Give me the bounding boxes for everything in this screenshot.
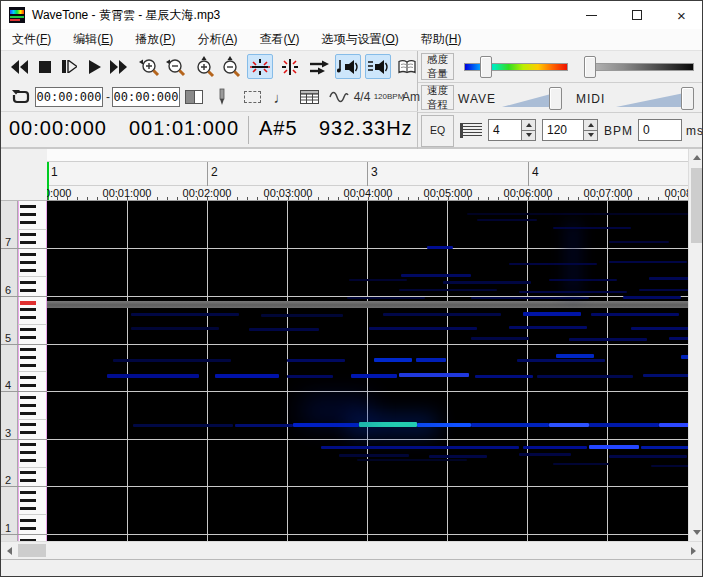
- black-key[interactable]: [20, 471, 36, 474]
- spectrogram[interactable]: [47, 201, 688, 541]
- fast-forward-button[interactable]: [107, 54, 131, 79]
- wave-slider-thumb[interactable]: [549, 87, 562, 110]
- black-key[interactable]: [20, 281, 36, 284]
- minimize-button[interactable]: [569, 1, 614, 29]
- scroll-right-button[interactable]: [685, 542, 702, 559]
- black-key[interactable]: [20, 253, 36, 256]
- menu-item-5[interactable]: 选项与设置(O): [310, 28, 409, 51]
- range-end-field[interactable]: 00:00:000: [112, 87, 180, 107]
- black-key[interactable]: [20, 376, 36, 379]
- ms-field[interactable]: 0: [638, 119, 682, 141]
- black-key[interactable]: [20, 213, 36, 216]
- volume-slider-thumb[interactable]: [584, 56, 596, 78]
- black-key[interactable]: [20, 412, 36, 415]
- black-key[interactable]: [20, 491, 36, 494]
- black-key[interactable]: [20, 431, 36, 434]
- marker-strip[interactable]: [47, 149, 688, 162]
- zoom-out-vertical-button[interactable]: [219, 54, 243, 79]
- black-key[interactable]: [20, 356, 36, 359]
- bpm-down-button[interactable]: [584, 130, 597, 141]
- pause-play-button[interactable]: [57, 54, 81, 79]
- play-button[interactable]: [83, 54, 107, 79]
- loop-button[interactable]: [9, 85, 33, 109]
- black-key[interactable]: [20, 205, 36, 208]
- scroll-down-button[interactable]: [689, 524, 703, 541]
- midi-slider-thumb[interactable]: [681, 87, 694, 110]
- wave-sound-button[interactable]: [335, 54, 361, 79]
- pencil-button[interactable]: [213, 85, 231, 109]
- fold-display-button[interactable]: [247, 54, 273, 79]
- black-key[interactable]: [20, 328, 36, 331]
- menu-item-0[interactable]: 文件(F): [1, 28, 62, 51]
- black-key[interactable]: [20, 507, 36, 510]
- beats-spinner[interactable]: 4: [488, 119, 536, 141]
- menu-item-4[interactable]: 查看(V): [248, 28, 310, 51]
- black-key[interactable]: [20, 404, 36, 407]
- zoom-out-horizontal-button[interactable]: [163, 54, 187, 79]
- measure-row[interactable]: 1234: [47, 162, 688, 186]
- black-key[interactable]: [20, 348, 36, 351]
- zoom-in-vertical-button[interactable]: [193, 54, 217, 79]
- black-key[interactable]: [20, 459, 36, 462]
- black-key[interactable]: [20, 479, 36, 482]
- staff-icon[interactable]: [460, 123, 482, 138]
- range-start-field[interactable]: 00:00:000: [35, 87, 103, 107]
- scroll-left-button[interactable]: [1, 542, 18, 559]
- swap-direction-button[interactable]: [307, 54, 331, 79]
- close-button[interactable]: ×: [659, 1, 703, 29]
- black-key[interactable]: [20, 269, 36, 272]
- black-key[interactable]: [20, 221, 36, 224]
- black-key[interactable]: [20, 499, 36, 502]
- black-key[interactable]: [20, 289, 36, 292]
- note-list-button[interactable]: [297, 85, 321, 109]
- black-key[interactable]: [20, 261, 36, 264]
- score-view-button[interactable]: [395, 54, 419, 79]
- unfold-display-button[interactable]: [277, 54, 303, 79]
- scroll-up-button[interactable]: [689, 149, 703, 166]
- black-key[interactable]: [20, 396, 36, 399]
- volume-slider-track[interactable]: [588, 63, 694, 71]
- title-bar[interactable]: WaveTone - 黄霄雲 - 星辰大海.mp3 ×: [1, 1, 703, 29]
- black-key[interactable]: [20, 336, 36, 339]
- vertical-scrollbar[interactable]: [688, 149, 703, 541]
- split-view-button[interactable]: [183, 85, 205, 109]
- menu-item-6[interactable]: 帮助(H): [410, 28, 473, 51]
- black-key[interactable]: [20, 364, 36, 367]
- horizontal-scroll-thumb[interactable]: [18, 544, 46, 557]
- black-key[interactable]: [20, 316, 36, 319]
- horizontal-scrollbar[interactable]: [1, 541, 703, 559]
- select-range-button[interactable]: [241, 85, 263, 109]
- menu-item-2[interactable]: 播放(P): [124, 28, 186, 51]
- zoom-in-horizontal-button[interactable]: [137, 54, 161, 79]
- black-key[interactable]: [20, 384, 36, 387]
- black-key[interactable]: [20, 241, 36, 244]
- beats-down-button[interactable]: [522, 130, 535, 141]
- time-ruler[interactable]: 1234 00:00:00000:01:00000:02:00000:03:00…: [47, 149, 688, 201]
- beats-up-button[interactable]: [522, 120, 535, 130]
- black-key[interactable]: [20, 423, 36, 426]
- sensitivity-slider-thumb[interactable]: [480, 56, 492, 78]
- waveform-view-button[interactable]: [327, 85, 351, 109]
- black-key[interactable]: [20, 527, 36, 530]
- menu-item-3[interactable]: 分析(A): [186, 28, 248, 51]
- black-key[interactable]: [20, 308, 36, 311]
- bpm-up-button[interactable]: [584, 120, 597, 130]
- vertical-scroll-thumb[interactable]: [691, 168, 703, 243]
- note-input-button[interactable]: ♩: [273, 85, 289, 109]
- maximize-button[interactable]: [614, 1, 659, 29]
- tempo-label[interactable]: 120BPM: [377, 85, 401, 109]
- rewind-button[interactable]: [7, 54, 31, 79]
- spectral-streak: [347, 297, 425, 299]
- black-key[interactable]: [20, 233, 36, 236]
- piano-keyboard[interactable]: 7654321: [1, 201, 47, 541]
- bpm-spinner[interactable]: 120: [542, 119, 598, 141]
- menu-item-1[interactable]: 编辑(E): [62, 28, 124, 51]
- black-key[interactable]: [20, 443, 36, 446]
- black-key[interactable]: [20, 451, 36, 454]
- midi-sound-icon: [367, 58, 389, 76]
- black-key[interactable]: [20, 519, 36, 522]
- meter-label[interactable]: 4/4: [351, 85, 373, 109]
- stop-button[interactable]: [33, 54, 57, 79]
- midi-sound-button[interactable]: [365, 54, 391, 79]
- highlighted-key[interactable]: [20, 301, 36, 305]
